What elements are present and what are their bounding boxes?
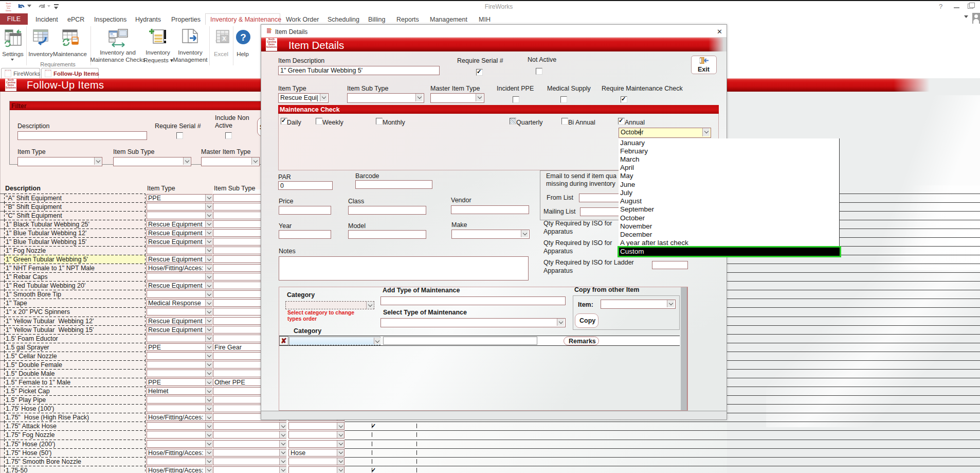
svg-text:X: X (222, 36, 226, 42)
svg-text:?: ? (240, 32, 246, 43)
